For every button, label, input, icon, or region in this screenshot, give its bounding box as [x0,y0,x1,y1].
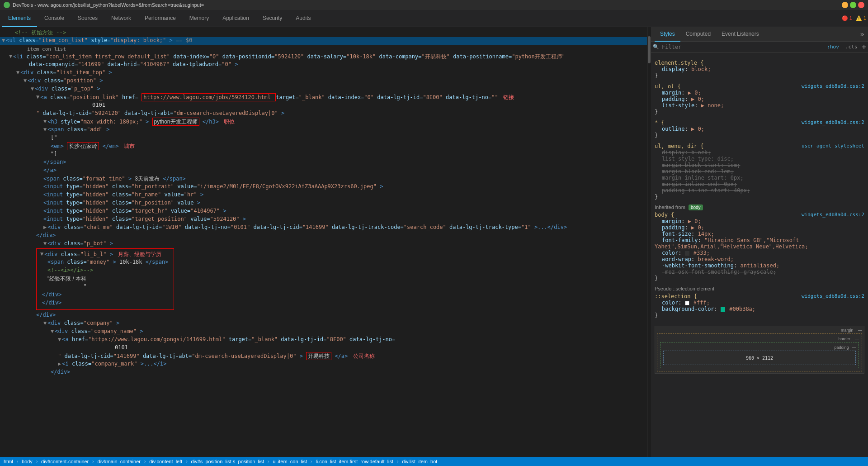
add-style-button[interactable]: + [862,43,866,51]
css-block-body: body { widgets_edb8a0d.css:2 margin: ▶ 0… [655,212,864,281]
html-line-h3[interactable]: ▼ <h3 style="max-width: 180px;" > python… [0,118,647,126]
css-source-link[interactable]: widgets_edb8a0d.css:2 [802,119,864,125]
expand-arrow[interactable]: ▼ [43,320,47,326]
status-li-item[interactable]: li.con_list_item.first_row.default_list [316,459,393,464]
box-model-container: margin — border — padding — 960 × 2112 [655,326,864,374]
html-line-company[interactable]: ▼ <div class="company" > [0,320,647,328]
expand-arrow[interactable]: ▼ [2,37,5,43]
expand-arrow[interactable]: ▼ [9,53,12,59]
html-line-a-link[interactable]: ▼ <a class="position_link" href= https:/… [0,94,647,102]
close-button[interactable] [858,2,864,8]
status-list-item-bot[interactable]: div.list_item_bot [402,459,437,464]
city-annotation: 城市 [124,143,135,149]
maximize-button[interactable] [850,2,856,8]
css-source-body[interactable]: widgets_edb8a0d.css:2 [802,212,864,218]
html-line-input2: <input type="hidden" class="hr_name" val… [0,191,647,200]
html-line-exp2: " [40,283,170,291]
inherited-from-body[interactable]: body [689,204,703,210]
html-line[interactable]: <!-- 初始方法 --> [0,29,647,37]
tab-security[interactable]: Security [256,10,288,27]
hover-filter-button[interactable]: :hov [825,43,841,50]
html-line-bracket2: "] [0,151,647,159]
html-line-company-name[interactable]: ▼ <div class="company_name" > [0,328,647,336]
tab-console[interactable]: Console [38,10,71,27]
css-block-selection: ::selection { widgets_edb8a0d.css:2 colo… [655,293,864,319]
window-controls[interactable] [842,2,864,8]
html-line-chat[interactable]: ▶ <div class="chat_me" data-lg-tj-id="1W… [0,224,647,232]
status-html[interactable]: html [4,459,13,464]
warning-count: ⚠️ 1 [856,15,866,21]
minimize-button[interactable] [842,2,848,8]
html-line-pbot[interactable]: ▼ <div class="p_bot" > [0,240,647,248]
html-line-exp: "经验不限 / 本科 [40,275,170,283]
html-line-lib[interactable]: ▼ <div class="li_b_l" > 月薪、经验与学历 [40,251,170,259]
html-line-input4: <input type="hidden" class="target_hr" v… [0,208,647,216]
html-line-0101b: 0101 [0,344,647,352]
expand-arrow[interactable]: ▼ [31,86,34,92]
more-tabs-button[interactable]: » [860,30,864,38]
expand-arrow[interactable]: ▼ [43,240,47,247]
tab-memory[interactable]: Memory [183,10,215,27]
html-line-li-cont: data-companyid="141699" data-hrid="41049… [0,61,647,69]
tab-styles[interactable]: Styles [655,27,680,42]
html-scrollbar[interactable] [647,27,651,457]
html-line-div-c2: </div> [40,300,170,308]
box-model-border: padding — 960 × 2112 [660,342,859,368]
status-ul-item[interactable]: ul.item_con_list [273,459,307,464]
tab-sources[interactable]: Sources [71,10,104,27]
expand-arrow[interactable]: ▼ [36,94,39,100]
tab-elements[interactable]: Elements [2,10,37,27]
html-line-span-add[interactable]: ▼ <span class="add" > [0,126,647,134]
status-s-position[interactable]: div#s_position_list.s_position_list [191,459,264,464]
css-block-ul-menu: ul, menu, dir { user agent stylesheet di… [655,143,864,200]
tab-performance[interactable]: Performance [138,10,182,27]
class-filter-button[interactable]: .cls [844,43,859,50]
titlebar-left: DevTools - www.lagou.com/jobs/list_pytho… [4,2,204,8]
status-content-left[interactable]: div.content_left [149,459,182,464]
html-panel[interactable]: <!-- 初始方法 --> ▼ <ul class="item_con_list… [0,27,647,457]
html-line-c3: </div> [0,312,647,320]
expand-arrow[interactable]: ▶ [58,361,61,367]
tab-event-listeners[interactable]: Event Listeners [716,27,764,42]
html-line-close-fin: </div> [0,369,647,377]
html-line-input1: <input type="hidden" class="hr_portrait"… [0,183,647,191]
expand-arrow[interactable]: ▼ [40,251,43,257]
expand-arrow[interactable]: ▼ [43,126,47,133]
html-line-div-pos[interactable]: ▼ <div class="position" > [0,77,647,86]
expand-arrow[interactable]: ▼ [58,336,61,342]
expand-arrow[interactable]: ▼ [16,69,19,76]
css-user-agent-label: user agent stylesheet [802,143,864,149]
html-line-cid2: " data-lg-tj-cid="141699" data-lg-tj-abt… [0,352,647,361]
expand-arrow[interactable]: ▼ [24,77,27,84]
right-tabs: Styles Computed Event Listeners » [651,27,868,42]
breadcrumb-label: item con list [0,46,647,52]
scrollbar-thumb[interactable] [648,36,651,63]
main-content: <!-- 初始方法 --> ▼ <ul class="item_con_list… [0,27,868,457]
html-line-li[interactable]: ▼ <li class="con_list_item first_row def… [0,53,647,61]
box-model-label: margin — [657,328,862,333]
html-line-div-ptop[interactable]: ▼ <div class="p_top" > [0,86,647,94]
status-body[interactable]: body [22,459,33,464]
html-line-bracket: [" [0,134,647,143]
css-filter-input[interactable] [662,44,822,50]
html-line-ul[interactable]: ▼ <ul class="item_con_list" style="displ… [0,37,647,45]
tab-network[interactable]: Network [105,10,137,27]
html-line-data-cid: " data-lg-tj-cid="5924120" data-lg-tj-ab… [0,110,647,118]
html-line-a-company[interactable]: ▼ <a href="https://www.lagou.com/gongsi/… [0,336,647,344]
html-line-time: <span class="format-time" > 3天前发布 </span… [0,175,647,183]
collapse-arrow[interactable]: ▶ [43,224,47,230]
status-main-container[interactable]: div#main_container [98,459,141,464]
tab-computed[interactable]: Computed [680,27,716,42]
expand-arrow[interactable]: ▼ [51,328,54,334]
css-source-sel[interactable]: widgets_edb8a0d.css:2 [802,293,864,299]
css-block-star: * { widgets_edb8a0d.css:2 outline: ▶ 0; … [655,119,864,138]
tab-application[interactable]: Application [216,10,255,27]
status-content-container[interactable]: div#content-container [41,459,89,464]
expand-arrow[interactable]: ▼ [43,118,47,124]
html-line-a-close: </a> [0,167,647,175]
html-line-i-mark[interactable]: ▶ <i class="company_mark" >...</i> [0,361,647,369]
html-line-div-top[interactable]: ▼ <div class="list_item_top" > [0,69,647,77]
css-source-link[interactable]: widgets_edb8a0d.css:2 [802,83,864,89]
tab-audits[interactable]: Audits [289,10,317,27]
html-line-div-c1: </div> [40,291,170,300]
